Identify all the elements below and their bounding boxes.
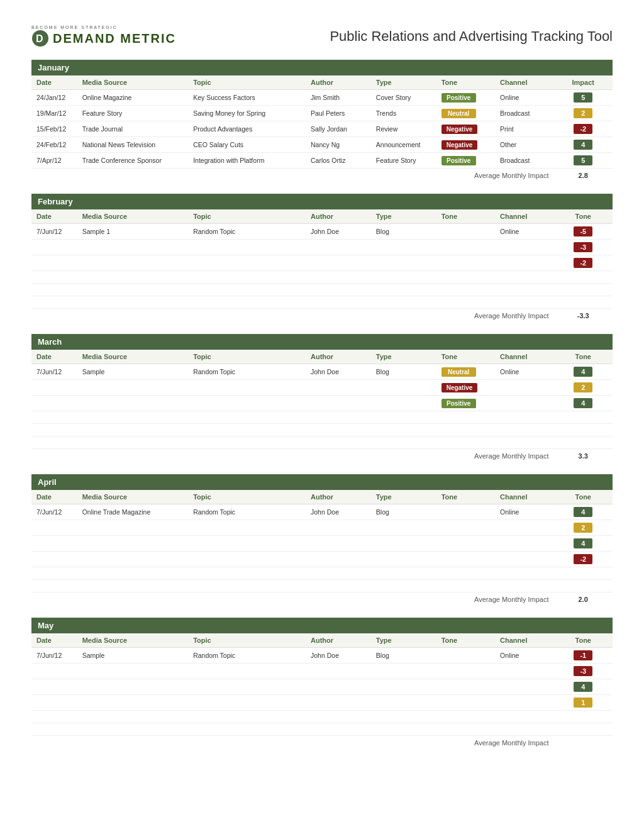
table-cell: Blog	[371, 504, 436, 520]
col-header-channel: Channel	[495, 350, 553, 364]
avg-row: Average Monthly Impact	[31, 736, 613, 750]
impact-badge: 4	[574, 538, 592, 548]
table-cell: 7/Jun/12	[31, 504, 77, 520]
table-cell: John Doe	[306, 504, 371, 520]
tone-badge: Neutral	[441, 367, 476, 377]
col-header-tone: Tone	[554, 209, 613, 224]
impact-badge: 4	[574, 367, 592, 377]
col-header-media-source: Media Source	[77, 209, 189, 224]
table-cell: 15/Feb/12	[31, 121, 77, 137]
avg-label: Average Monthly Impact	[31, 169, 554, 183]
table-cell: Online	[495, 364, 553, 380]
table-cell: Trade Conference Sponsor	[77, 153, 189, 169]
impact-badge: -5	[574, 226, 592, 236]
section-header-february: February	[31, 194, 613, 209]
col-header-date: Date	[31, 209, 77, 224]
svg-text:D: D	[36, 33, 45, 44]
table-cell: Random Topic	[188, 648, 306, 664]
logo-icon: D	[31, 30, 49, 47]
section-january: JanuaryDateMedia SourceTopicAuthorTypeTo…	[31, 60, 613, 182]
table-february: DateMedia SourceTopicAuthorTypeToneChann…	[31, 209, 613, 323]
col-header-type: Type	[371, 633, 436, 648]
table-cell: Announcement	[371, 137, 436, 153]
col-header-type: Type	[371, 75, 436, 90]
table-cell: Sample	[77, 364, 189, 380]
logo-tagline: Become More Strategic	[31, 25, 118, 30]
table-january: DateMedia SourceTopicAuthorTypeToneChann…	[31, 75, 613, 182]
avg-value	[554, 736, 613, 750]
table-cell: Feature Story	[77, 106, 189, 121]
table-cell: Key Success Factors	[188, 90, 306, 106]
table-cell: Trade Journal	[77, 121, 189, 137]
col-header-topic: Topic	[188, 633, 306, 648]
table-cell: 24/Feb/12	[31, 137, 77, 153]
col-header-date: Date	[31, 490, 77, 504]
section-february: FebruaryDateMedia SourceTopicAuthorTypeT…	[31, 194, 613, 323]
col-header-date: Date	[31, 633, 77, 648]
col-header-author: Author	[306, 75, 371, 90]
table-cell: 24/Jan/12	[31, 90, 77, 106]
impact-badge: -2	[574, 124, 592, 134]
table-row: -3	[31, 240, 613, 255]
table-cell: CEO Salary Cuts	[188, 137, 306, 153]
table-cell: Feature Story	[371, 153, 436, 169]
table-cell: 7/Jun/12	[31, 364, 77, 380]
table-cell: Print	[495, 121, 553, 137]
impact-badge: 5	[574, 92, 592, 103]
col-header-type: Type	[371, 350, 436, 364]
impact-badge: 5	[574, 155, 592, 165]
empty-row	[31, 296, 613, 309]
empty-row	[31, 284, 613, 296]
table-row: 24/Jan/12Online MagazineKey Success Fact…	[31, 90, 613, 106]
col-header-impact: Impact	[554, 75, 613, 90]
table-cell: Online	[495, 90, 553, 106]
table-row: 1	[31, 695, 613, 711]
table-cell: Online Trade Magazine	[77, 504, 189, 520]
impact-badge: 1	[574, 698, 592, 708]
col-header-topic: Topic	[188, 209, 306, 224]
table-cell: Random Topic	[188, 364, 306, 380]
impact-badge: 4	[574, 398, 592, 408]
col-header-tone: Tone	[554, 350, 613, 364]
avg-label: Average Monthly Impact	[31, 592, 554, 607]
tone-badge: Positive	[441, 156, 476, 165]
col-header-author: Author	[306, 633, 371, 648]
col-header-tone: Tone	[436, 209, 495, 224]
col-header-author: Author	[306, 350, 371, 364]
table-cell: 7/Jun/12	[31, 224, 77, 240]
section-may: MayDateMedia SourceTopicAuthorTypeToneCh…	[31, 618, 613, 750]
impact-badge: -2	[574, 554, 592, 564]
avg-label: Average Monthly Impact	[31, 449, 554, 464]
col-header-type: Type	[371, 209, 436, 224]
table-cell: National News Television	[77, 137, 189, 153]
table-cell: John Doe	[306, 648, 371, 664]
avg-value: 2.8	[554, 169, 613, 183]
table-march: DateMedia SourceTopicAuthorTypeToneChann…	[31, 350, 613, 463]
table-cell: John Doe	[306, 364, 371, 380]
table-cell: Integration with Platform	[188, 153, 306, 169]
impact-badge: -1	[574, 650, 592, 660]
table-cell: Saving Money for Spring	[188, 106, 306, 121]
page-header: Become More Strategic D Demand Metric Pu…	[31, 25, 613, 47]
table-row: Positive4	[31, 396, 613, 411]
impact-badge: 2	[574, 523, 592, 533]
table-cell: 7/Jun/12	[31, 648, 77, 664]
table-april: DateMedia SourceTopicAuthorTypeToneChann…	[31, 490, 613, 606]
table-cell: Blog	[371, 364, 436, 380]
table-cell: Online Magazine	[77, 90, 189, 106]
table-row: 15/Feb/12Trade JournalProduct Advantages…	[31, 121, 613, 137]
col-header-type: Type	[371, 490, 436, 504]
impact-badge: -3	[574, 666, 592, 676]
tone-badge: Positive	[441, 399, 476, 408]
table-cell: Random Topic	[188, 224, 306, 240]
col-header-channel: Channel	[495, 490, 553, 504]
table-cell: Online	[495, 648, 553, 664]
table-row: -2	[31, 552, 613, 567]
col-header-media-source: Media Source	[77, 490, 189, 504]
table-row: -2	[31, 255, 613, 271]
tone-badge: Negative	[441, 383, 478, 392]
col-header-tone: Tone	[436, 350, 495, 364]
empty-row	[31, 271, 613, 284]
col-header-date: Date	[31, 75, 77, 90]
col-header-topic: Topic	[188, 490, 306, 504]
